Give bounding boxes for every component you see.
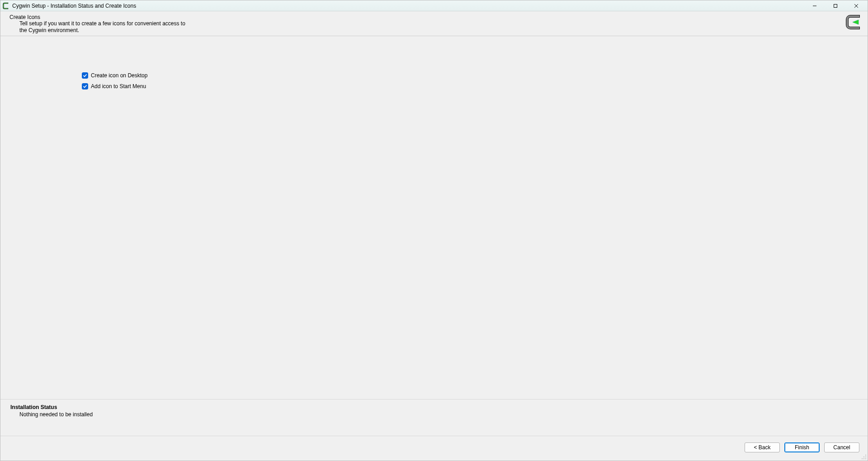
close-button[interactable] <box>846 1 867 11</box>
installation-status-section: Installation Status Nothing needed to be… <box>0 399 868 436</box>
create-desktop-icon-label: Create icon on Desktop <box>91 72 147 79</box>
svg-point-3 <box>865 456 866 457</box>
maximize-button[interactable] <box>825 1 846 11</box>
minimize-button[interactable] <box>804 1 825 11</box>
wizard-footer: < Back Finish Cancel <box>0 436 868 461</box>
add-start-menu-icon-option[interactable]: Add icon to Start Menu <box>82 83 868 89</box>
checkbox-checked-icon <box>82 72 88 79</box>
svg-point-4 <box>862 458 863 459</box>
svg-point-2 <box>863 456 864 457</box>
wizard-header: Create Icons Tell setup if you want it t… <box>0 11 868 36</box>
cygwin-icon <box>2 2 9 9</box>
installer-window: Cygwin Setup - Installation Status and C… <box>0 0 868 461</box>
svg-point-5 <box>863 458 864 459</box>
back-button[interactable]: < Back <box>745 442 780 452</box>
window-title: Cygwin Setup - Installation Status and C… <box>12 3 136 9</box>
finish-button[interactable]: Finish <box>784 442 820 452</box>
wizard-content: Create icon on Desktop Add icon to Start… <box>0 36 868 399</box>
checkbox-checked-icon <box>82 83 88 89</box>
resize-grip-icon[interactable] <box>860 453 867 460</box>
titlebar: Cygwin Setup - Installation Status and C… <box>0 0 868 11</box>
svg-rect-0 <box>834 4 837 7</box>
status-message: Nothing needed to be installed <box>19 411 859 418</box>
svg-point-1 <box>865 455 866 456</box>
header-title: Create Icons <box>9 14 862 20</box>
add-start-menu-icon-label: Add icon to Start Menu <box>91 83 146 89</box>
svg-point-6 <box>865 458 866 459</box>
status-title: Installation Status <box>10 404 859 410</box>
cygwin-logo-icon <box>845 14 861 30</box>
header-subtitle: Tell setup if you want it to create a fe… <box>19 20 191 34</box>
create-desktop-icon-option[interactable]: Create icon on Desktop <box>82 72 868 79</box>
cancel-button[interactable]: Cancel <box>824 442 859 452</box>
